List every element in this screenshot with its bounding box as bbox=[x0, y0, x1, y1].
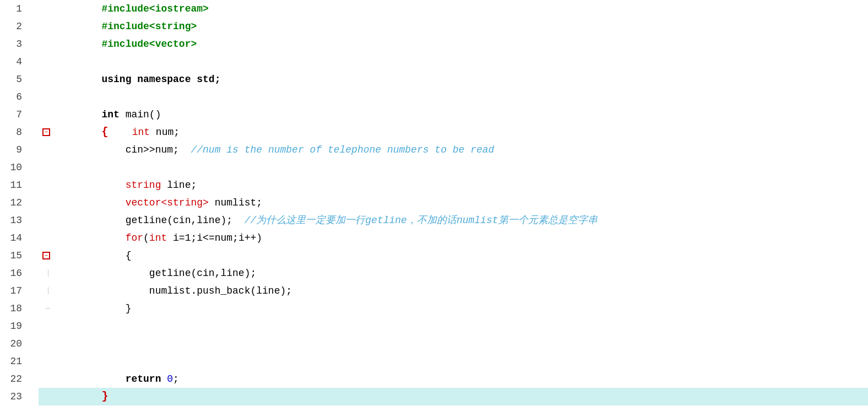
ln-13: 13 bbox=[0, 212, 22, 229]
fold-end-18: ― bbox=[42, 300, 50, 317]
ln-4: 4 bbox=[0, 53, 22, 71]
dashed-line-16: ｜ bbox=[41, 264, 52, 282]
ln-16: 16 bbox=[0, 264, 22, 282]
ln-9: 9 bbox=[0, 141, 22, 159]
ln-22: 22 bbox=[0, 370, 22, 388]
ln-8: 8 bbox=[0, 123, 22, 141]
fold-gutter-15[interactable]: − bbox=[39, 252, 54, 259]
ln-18: 18 bbox=[0, 300, 22, 317]
code-line-9: cin>>num; //num is the number of telepho… bbox=[39, 141, 868, 159]
ln-14: 14 bbox=[0, 229, 22, 247]
code-line-18: ― } bbox=[39, 300, 868, 317]
ln-1: 1 bbox=[0, 0, 22, 18]
fold-gutter-8[interactable]: − bbox=[39, 128, 54, 136]
close-brace-main: } bbox=[101, 390, 108, 403]
code-area[interactable]: #include<iostream> #include<string> #inc… bbox=[28, 0, 868, 406]
ln-10: 10 bbox=[0, 159, 22, 176]
code-line-5: using namespace std; bbox=[39, 71, 868, 88]
inner-brace-close: } bbox=[101, 303, 131, 314]
ln-12: 12 bbox=[0, 194, 22, 212]
dashed-line-17: ｜ bbox=[41, 282, 52, 300]
ln-17: 17 bbox=[0, 282, 22, 300]
code-content-23: } bbox=[54, 370, 868, 406]
fold-icon-8[interactable]: − bbox=[42, 128, 50, 136]
fold-gutter-18: ― bbox=[39, 300, 54, 317]
ln-3: 3 bbox=[0, 35, 22, 53]
fold-gutter-17: ｜ bbox=[39, 282, 54, 300]
ln-6: 6 bbox=[0, 88, 22, 106]
ln-20: 20 bbox=[0, 335, 22, 353]
ln-21: 21 bbox=[0, 353, 22, 370]
using-kw: using namespace std; bbox=[101, 74, 220, 85]
ln-2: 2 bbox=[0, 18, 22, 35]
line-numbers: 1 2 3 4 5 6 7 8 9 10 11 12 13 14 15 16 1… bbox=[0, 0, 28, 406]
ln-11: 11 bbox=[0, 176, 22, 194]
ln-7: 7 bbox=[0, 106, 22, 123]
code-line-23: } bbox=[39, 388, 868, 405]
comment-9: //num is the number of telephone numbers… bbox=[191, 144, 494, 155]
ln-15: 15 bbox=[0, 247, 22, 264]
fold-gutter-16: ｜ bbox=[39, 264, 54, 282]
code-editor: 1 2 3 4 5 6 7 8 9 10 11 12 13 14 15 16 1… bbox=[0, 0, 868, 406]
code-line-3: #include<vector> bbox=[39, 35, 868, 53]
ln-5: 5 bbox=[0, 71, 22, 88]
cin-stmt: cin>>num; bbox=[101, 144, 191, 155]
include-3: #include<vector> bbox=[101, 39, 197, 50]
code-line-20 bbox=[39, 335, 868, 353]
code-line-19 bbox=[39, 317, 868, 335]
ln-19: 19 bbox=[0, 317, 22, 335]
ln-23: 23 bbox=[0, 388, 22, 405]
fold-icon-15[interactable]: − bbox=[42, 252, 50, 259]
